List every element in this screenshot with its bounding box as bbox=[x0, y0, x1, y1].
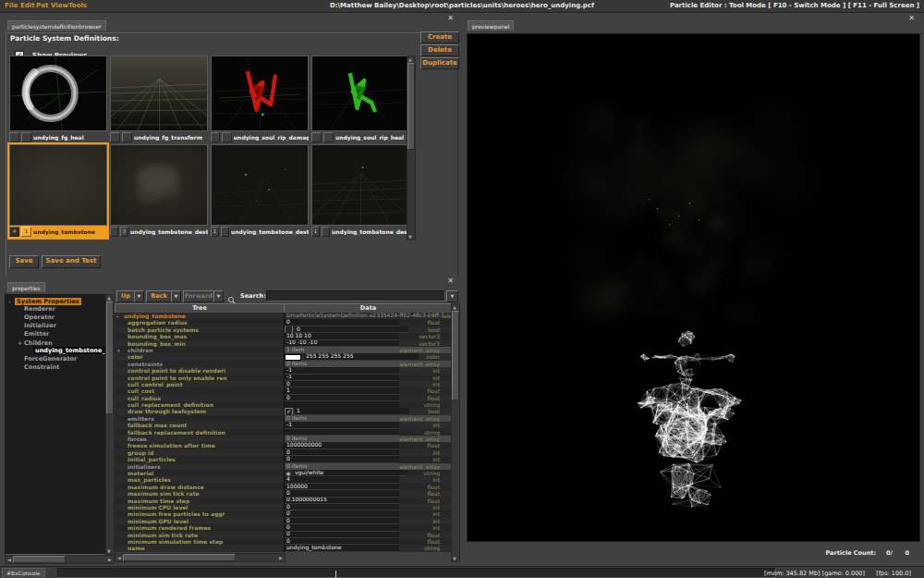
table-row[interactable]: minimum GPU level0int bbox=[115, 518, 451, 524]
table-row[interactable]: maximum time step0.1000000015float bbox=[115, 498, 451, 504]
attribute-value[interactable]: 1000000000 bbox=[285, 442, 399, 449]
attribute-data-cell[interactable]: string bbox=[285, 401, 451, 408]
attribute-name-cell[interactable]: batch particle systems bbox=[115, 326, 285, 333]
attribute-value[interactable]: 255 255 255 255 bbox=[304, 353, 419, 360]
attribute-name-cell[interactable]: maximum sim tick rate bbox=[115, 490, 285, 497]
attribute-data-cell[interactable]: undying_tombstonestring bbox=[285, 545, 451, 551]
checkbox-checked-icon[interactable]: ✓ bbox=[285, 408, 293, 414]
attribute-name-cell[interactable]: minimum simulation time step bbox=[115, 538, 285, 545]
tree-item-initializer[interactable]: Initializer bbox=[6, 322, 105, 330]
scroll-down-icon[interactable]: ▼ bbox=[451, 556, 458, 561]
attribute-name-cell[interactable]: minimum sim tick rate bbox=[115, 532, 285, 538]
scroll-down-icon[interactable]: ▼ bbox=[105, 548, 113, 554]
attribute-name-cell[interactable]: material bbox=[115, 470, 285, 476]
attribute-data-cell[interactable]: 0 itemselement_array bbox=[285, 415, 451, 422]
particle-preview-viewport[interactable] bbox=[467, 33, 920, 542]
attribute-data-cell[interactable]: ◉vgui/whitestring bbox=[285, 470, 451, 476]
attribute-value[interactable]: 4 bbox=[285, 476, 399, 483]
item-toggle-badge[interactable] bbox=[110, 132, 120, 142]
close-icon[interactable]: ✕ bbox=[447, 15, 454, 22]
attribute-name-cell[interactable]: cull_replacement_definition bbox=[115, 401, 285, 408]
table-row[interactable]: forces0 itemselement_array bbox=[115, 436, 451, 442]
attribute-data-cell[interactable]: 100000float bbox=[285, 484, 451, 490]
attribute-data-cell[interactable]: -1int bbox=[285, 375, 451, 381]
item-toggle-badge[interactable] bbox=[110, 227, 118, 237]
attribute-data-cell[interactable]: DmeParticleSystemDefinition e2335424-ff0… bbox=[285, 313, 451, 319]
material-picker-icon[interactable]: ◉ bbox=[285, 470, 292, 476]
attribute-data-cell[interactable]: 0bool bbox=[285, 326, 451, 333]
table-row[interactable]: cull_replacement_definitionstring bbox=[115, 401, 451, 408]
item-count-badge[interactable] bbox=[221, 227, 229, 237]
attribute-value[interactable]: 0 bbox=[285, 381, 399, 387]
attribute-data-cell[interactable]: 0float bbox=[285, 319, 451, 326]
color-swatch[interactable] bbox=[285, 354, 301, 361]
attribute-name-cell[interactable]: draw through leafsystem bbox=[115, 408, 285, 414]
attribute-value[interactable]: 0 bbox=[285, 319, 399, 326]
table-row[interactable]: constraints0 itemselement_array bbox=[115, 361, 451, 367]
attribute-value[interactable]: 0 bbox=[285, 449, 399, 456]
attribute-name-cell[interactable]: group id bbox=[115, 449, 285, 456]
attribute-name-cell[interactable]: initializers bbox=[115, 463, 285, 470]
tree-item-emitter[interactable]: Emitter bbox=[6, 330, 105, 338]
show-previews-checkbox[interactable]: ✓ Show Previews bbox=[15, 45, 88, 55]
tree-item-system-properties[interactable]: -System Properties bbox=[6, 297, 105, 305]
attribute-data-cell[interactable]: 1float bbox=[285, 387, 451, 394]
console-tab[interactable]: #BxConsole bbox=[2, 568, 45, 578]
scrollbar-thumb[interactable] bbox=[106, 301, 114, 414]
attribute-name-cell[interactable]: +children bbox=[115, 347, 285, 353]
attribute-name-cell[interactable]: cull_cost bbox=[115, 387, 285, 394]
table-row[interactable]: initial_particles0int bbox=[115, 456, 451, 462]
attribute-data-cell[interactable]: 0 itemselement_array bbox=[285, 463, 451, 470]
tree-item-operator[interactable]: Operator bbox=[6, 314, 105, 322]
scrollbar-thumb[interactable] bbox=[13, 556, 66, 563]
table-row[interactable]: color255 255 255 255color bbox=[115, 353, 451, 360]
attribute-data-cell[interactable]: 0float bbox=[285, 532, 451, 538]
back-dropdown-icon[interactable]: ▼ bbox=[171, 290, 181, 302]
attribute-data-cell[interactable]: 0float bbox=[285, 538, 451, 545]
table-row[interactable]: control point to only enable ren-1int bbox=[115, 375, 451, 381]
table-row[interactable]: minimum simulation time step0float bbox=[115, 538, 451, 545]
attribute-value[interactable]: 1 bbox=[285, 387, 399, 394]
attribute-name-cell[interactable]: constraints bbox=[115, 361, 285, 367]
attribute-name-cell[interactable]: color bbox=[115, 353, 285, 360]
expander-icon[interactable]: + bbox=[18, 338, 24, 347]
attribute-name-cell[interactable]: fallback replacement definition bbox=[115, 429, 285, 436]
item-toggle-badge[interactable]: 1 bbox=[311, 227, 320, 237]
item-count-badge[interactable] bbox=[323, 132, 334, 142]
attribute-name-cell[interactable]: forces bbox=[115, 436, 285, 442]
back-button[interactable]: Back bbox=[146, 290, 172, 302]
attribute-data-cell[interactable]: -1int bbox=[285, 367, 451, 374]
up-dropdown-icon[interactable]: ▼ bbox=[134, 290, 144, 302]
table-row[interactable]: batch particle systems0bool bbox=[115, 326, 451, 333]
item-toggle-badge[interactable] bbox=[9, 132, 19, 142]
tree-hscrollbar[interactable]: ◀ ▶ bbox=[5, 555, 115, 564]
particle-system-item[interactable]: undying_soul_rip_damage bbox=[211, 55, 309, 143]
table-hscrollbar[interactable]: ◀ ▶ bbox=[115, 553, 286, 562]
attribute-value[interactable]: -10 -10 -10 bbox=[285, 340, 399, 347]
attribute-value[interactable]: -1 bbox=[285, 375, 399, 381]
attribute-name-cell[interactable]: emitters bbox=[115, 415, 285, 422]
panel-dropdown-icon[interactable]: ▼ bbox=[446, 290, 458, 302]
scrollbar-thumb[interactable] bbox=[407, 63, 415, 150]
attribute-value[interactable]: 0 bbox=[285, 510, 399, 517]
attribute-value[interactable] bbox=[285, 401, 399, 408]
table-row[interactable]: initializers0 itemselement_array bbox=[115, 463, 451, 470]
tree-vscrollbar[interactable]: ▲ ▼ bbox=[105, 294, 115, 555]
forward-dropdown-icon[interactable]: ▼ bbox=[213, 290, 224, 302]
create-button[interactable]: Create bbox=[420, 31, 459, 43]
tree-item-renderer[interactable]: Renderer bbox=[6, 305, 105, 314]
attribute-data-cell[interactable]: 1000000000float bbox=[285, 442, 451, 449]
expander-icon[interactable]: - bbox=[8, 297, 15, 305]
save-button[interactable]: Save bbox=[9, 255, 39, 268]
table-vscrollbar[interactable]: ▲ ▼ bbox=[451, 303, 460, 562]
attribute-name-cell[interactable]: bounding_box_max bbox=[115, 333, 285, 339]
attribute-data-cell[interactable]: ✓1bool bbox=[285, 408, 451, 414]
attribute-name-cell[interactable]: control point to only enable ren bbox=[115, 375, 285, 381]
scroll-down-icon[interactable]: ▼ bbox=[407, 234, 414, 240]
table-row[interactable]: material◉vgui/whitestring bbox=[115, 470, 451, 476]
item-count-badge[interactable] bbox=[322, 227, 330, 237]
table-row[interactable]: minimum CPU level0int bbox=[115, 504, 451, 510]
attribute-value[interactable]: 0.1000000015 bbox=[285, 498, 399, 504]
table-row[interactable]: group id0int bbox=[115, 449, 451, 456]
table-row[interactable]: emitters0 itemselement_array bbox=[115, 415, 451, 422]
